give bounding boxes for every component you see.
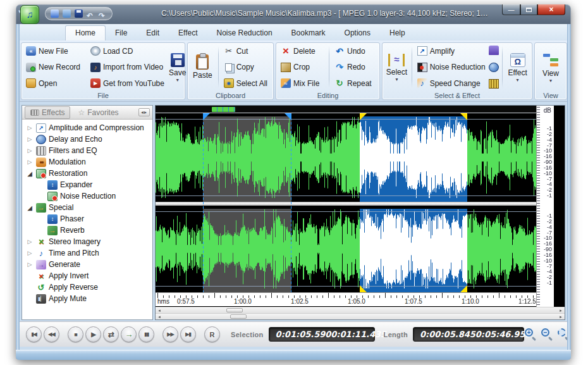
noise-reduction-button[interactable]: Noise Reduction <box>415 62 486 73</box>
fast-forward-button[interactable]: ▶▶ <box>162 326 178 342</box>
tab-effects[interactable]: Effects <box>25 106 70 119</box>
close-button[interactable]: × <box>537 4 565 15</box>
redo-icon[interactable] <box>99 9 107 18</box>
tree-item-apply-reverse[interactable]: Apply Reverse <box>22 281 152 293</box>
import-file-icon[interactable] <box>51 9 59 18</box>
db-tick-label: -1 <box>547 192 552 199</box>
tab-bookmark[interactable]: Bookmark <box>282 26 335 40</box>
tree-item-restoration[interactable]: ◢Restoration <box>22 168 152 179</box>
skip-end-button[interactable]: ▶▮ <box>180 326 196 342</box>
pause-button[interactable]: ▮▮ <box>138 326 154 342</box>
new-file-button[interactable]: New File <box>24 46 82 56</box>
tree-item-stereo-imagery[interactable]: ▷Stereo Imagery <box>22 236 152 247</box>
expand-arrow-icon[interactable]: ▷ <box>26 147 34 154</box>
tab-noise-reduction[interactable]: Noise Reduction <box>207 26 282 40</box>
horizontal-scrollbar-1[interactable]: ◂ ▸ <box>156 307 565 313</box>
tree-item-special[interactable]: ◢Special <box>22 202 152 213</box>
expand-arrow-icon[interactable]: ◢ <box>26 204 34 211</box>
rewind-button[interactable]: ◀◀ <box>44 326 59 342</box>
scroll-right-icon[interactable]: ▸ <box>557 307 565 313</box>
expand-arrow-icon[interactable]: ▷ <box>26 136 34 142</box>
expand-arrow-icon[interactable]: ▷ <box>26 250 34 256</box>
speed-change-button[interactable]: Speed Change <box>415 78 486 89</box>
undo-icon[interactable] <box>87 9 95 18</box>
scroll-left-icon[interactable]: ◂ <box>156 314 163 319</box>
tree-item-amplitude-and-compression[interactable]: ▷Amplitude and Compression <box>22 122 152 133</box>
tab-home[interactable]: Home <box>65 25 106 40</box>
expand-arrow-icon[interactable]: ▷ <box>26 159 34 165</box>
delete-button[interactable]: Delete <box>279 46 326 56</box>
new-record-button[interactable]: New Record <box>24 62 82 73</box>
tab-edit[interactable]: Edit <box>137 26 169 40</box>
zoom-out-icon[interactable]: − <box>541 328 554 341</box>
tab-file[interactable]: File <box>106 26 137 40</box>
save-icon[interactable] <box>75 9 83 18</box>
view-button[interactable]: View ▾ <box>537 44 564 90</box>
panel-collapse-button[interactable]: ◂▸ <box>138 108 150 116</box>
tree-item-time-and-pitch[interactable]: ▷Time and Pitch <box>22 247 152 259</box>
paste-button[interactable]: Paste <box>190 44 215 90</box>
zoom-selection-icon[interactable] <box>557 328 567 341</box>
select-button[interactable]: Select ▾ <box>385 44 408 90</box>
effect-button[interactable]: Effect ▾ <box>506 44 529 90</box>
tree-item-apply-mute[interactable]: Apply Mute <box>22 293 152 304</box>
open-button[interactable]: Open <box>24 78 82 89</box>
skip-start-button[interactable]: ▮◀ <box>26 326 42 342</box>
tree-item-filters-and-eq[interactable]: ▷Filters and EQ <box>22 145 152 156</box>
waveform-canvas[interactable] <box>156 113 536 292</box>
redo-button[interactable]: Redo <box>333 62 377 73</box>
scrollbar-thumb[interactable] <box>230 314 247 319</box>
play-forward-button[interactable]: → <box>121 326 137 342</box>
expand-arrow-icon[interactable]: ▷ <box>26 125 34 131</box>
zoom-in-icon[interactable]: + <box>524 328 537 341</box>
tree-item-noise-reduction[interactable]: Noise Reduction <box>22 190 152 202</box>
horizontal-scrollbar-2[interactable]: ◂ ▸ <box>156 313 565 319</box>
scroll-right-icon[interactable]: ▸ <box>557 314 565 319</box>
title-bar[interactable]: ♫ ▾ C:\Users\Public\Music\Sample Music\K… <box>16 4 571 24</box>
select-all-icon <box>224 78 234 88</box>
tab-help[interactable]: Help <box>380 26 415 40</box>
tab-effect[interactable]: Effect <box>169 26 207 40</box>
tab-options[interactable]: Options <box>335 26 380 40</box>
minimize-button[interactable]: — <box>502 4 520 15</box>
tree-item-reverb[interactable]: Reverb <box>22 225 152 236</box>
maximize-button[interactable] <box>520 4 537 15</box>
expand-arrow-icon[interactable]: ◢ <box>26 170 34 177</box>
wave-preset-icon[interactable] <box>489 79 499 89</box>
scrollbar-thumb[interactable] <box>226 308 243 312</box>
tree-item-generate[interactable]: ▷Generate <box>22 259 152 270</box>
loop-button[interactable]: ⇄ <box>103 326 119 342</box>
select-all-button[interactable]: Select All <box>222 78 271 89</box>
load-cd-button[interactable]: Load CD <box>89 46 166 56</box>
undo-button[interactable]: Undo <box>333 46 377 56</box>
length-display[interactable]: 0:00:05.845 0:05:46.959 <box>413 327 524 342</box>
equalizer-preset-icon[interactable] <box>489 46 499 55</box>
timer-icon[interactable] <box>489 63 499 72</box>
play-button[interactable]: ▶ <box>85 326 101 342</box>
scroll-left-icon[interactable]: ◂ <box>156 307 163 313</box>
overview-strip[interactable] <box>156 106 536 113</box>
crop-button[interactable]: Crop <box>279 62 326 73</box>
expand-arrow-icon[interactable]: ▷ <box>26 238 34 245</box>
tree-item-phaser[interactable]: Phaser <box>22 213 152 225</box>
open-file-icon[interactable] <box>63 9 71 18</box>
import-from-video-button[interactable]: Import from Video <box>89 62 166 73</box>
amplify-button[interactable]: Amplify <box>415 46 486 56</box>
record-button[interactable]: R <box>204 326 220 342</box>
repeat-button[interactable]: Repeat <box>333 78 377 89</box>
save-button[interactable]: Save ▾ <box>169 44 186 90</box>
get-from-youtube-button[interactable]: Get from YouTube <box>89 78 166 89</box>
tree-item-apply-invert[interactable]: Apply Invert <box>22 270 152 281</box>
undo-arrow-icon <box>334 46 345 56</box>
cut-button[interactable]: Cut <box>222 46 271 56</box>
stop-button[interactable]: ■ <box>68 326 83 342</box>
tree-item-delay-and-echo[interactable]: ▷Delay and Echo <box>22 133 152 145</box>
tree-item-expander[interactable]: Expander <box>22 179 152 190</box>
selection-display[interactable]: 0:01:05.590 0:01:11.435 <box>269 327 375 342</box>
tree-item-modulation[interactable]: ▷Modulation <box>22 156 152 168</box>
copy-button[interactable]: Copy <box>222 62 271 73</box>
tab-favorites[interactable]: ☆ Favorites <box>73 107 123 118</box>
mix-file-button[interactable]: Mix File <box>279 78 326 89</box>
expand-arrow-icon[interactable]: ▷ <box>26 261 34 268</box>
effects-tree: ▷Amplitude and Compression▷Delay and Ech… <box>22 120 152 319</box>
